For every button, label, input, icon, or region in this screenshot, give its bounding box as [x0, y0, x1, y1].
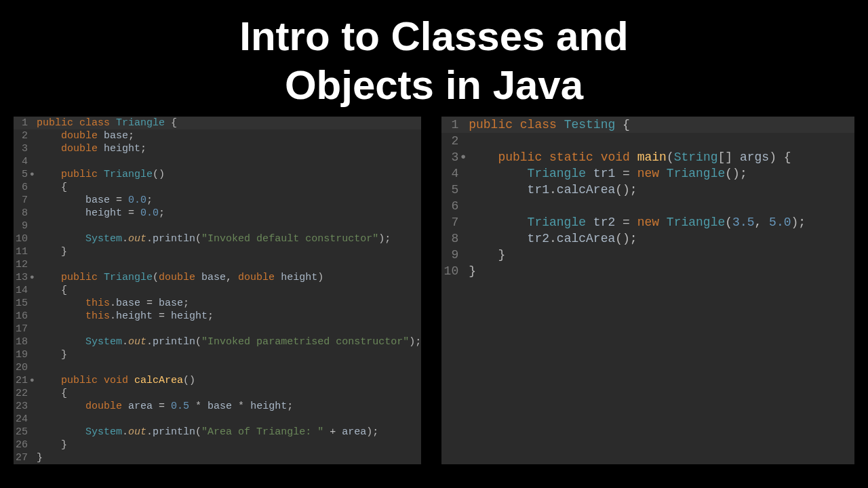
- code-line: 2: [441, 133, 854, 149]
- line-number: 22: [14, 387, 30, 400]
- gutter-marker: [30, 245, 37, 258]
- line-number: 11: [14, 245, 30, 258]
- title-line-1: Intro to Classes and: [0, 12, 868, 61]
- gutter-marker: [30, 361, 37, 374]
- line-number: 25: [14, 426, 30, 439]
- gutter-marker: ●: [460, 149, 469, 165]
- gutter-marker: ●: [30, 271, 37, 284]
- code-line: 7 Triangle tr2 = new Triangle(3.5, 5.0);: [441, 214, 854, 230]
- line-number: 18: [14, 336, 30, 348]
- code-content: base = 0.0;: [37, 194, 421, 207]
- gutter-marker: [30, 336, 37, 348]
- code-line: 25 System.out.println("Area of Triangle:…: [14, 426, 421, 439]
- line-number: 27: [14, 451, 30, 464]
- line-number: 5: [441, 182, 460, 198]
- gutter-marker: [30, 413, 37, 426]
- code-content: public class Testing {: [469, 117, 854, 133]
- gutter-marker: [30, 284, 37, 297]
- code-line: 8 tr2.calcArea();: [441, 230, 854, 247]
- code-content: System.out.println("Invoked default cons…: [37, 232, 421, 245]
- gutter-marker: [30, 439, 37, 451]
- line-number: 3: [14, 142, 30, 155]
- line-number: 3: [441, 149, 460, 165]
- code-line: 5 tr1.calcArea();: [441, 182, 854, 198]
- code-content: }: [37, 245, 421, 258]
- gutter-marker: [460, 182, 469, 198]
- gutter-marker: [460, 117, 469, 133]
- code-line: 18 System.out.println("Invoked parametri…: [14, 336, 421, 348]
- gutter-marker: [30, 400, 37, 413]
- code-line: 8 height = 0.0;: [14, 207, 421, 220]
- gutter-marker: [460, 247, 469, 263]
- code-content: double height;: [37, 142, 421, 155]
- gutter-marker: [30, 194, 37, 207]
- code-line: 19 }: [14, 348, 421, 361]
- line-number: 9: [441, 247, 460, 263]
- code-line: 7 base = 0.0;: [14, 194, 421, 207]
- code-line: 15 this.base = base;: [14, 297, 421, 310]
- code-line: 23 double area = 0.5 * base * height;: [14, 400, 421, 413]
- code-content: [469, 133, 854, 149]
- gutter-marker: [460, 263, 469, 279]
- line-number: 13: [14, 271, 30, 284]
- code-line: 6 {: [14, 181, 421, 194]
- code-content: public Triangle(double base, double heig…: [37, 271, 421, 284]
- line-number: 17: [14, 323, 30, 336]
- code-line: 4 Triangle tr1 = new Triangle();: [441, 165, 854, 182]
- code-line: 2 double base;: [14, 129, 421, 142]
- code-line: 16 this.height = height;: [14, 310, 421, 323]
- code-line: 21● public void calcArea(): [14, 374, 421, 387]
- title-line-2: Objects in Java: [0, 61, 868, 110]
- code-line: 27}: [14, 451, 421, 464]
- gutter-marker: [30, 426, 37, 439]
- line-number: 20: [14, 361, 30, 374]
- code-content: [37, 258, 421, 271]
- code-content: height = 0.0;: [37, 207, 421, 220]
- line-number: 10: [14, 232, 30, 245]
- line-number: 7: [14, 194, 30, 207]
- code-content: System.out.println("Area of Triangle: " …: [37, 426, 421, 439]
- code-content: public class Triangle {: [37, 117, 421, 129]
- code-content: }: [37, 348, 421, 361]
- gutter-marker: [460, 198, 469, 214]
- code-panel-testing: 1public class Testing {23● public static…: [441, 117, 854, 464]
- code-content: }: [469, 263, 854, 279]
- gutter-marker: [30, 220, 37, 232]
- line-number: 24: [14, 413, 30, 426]
- line-number: 1: [14, 117, 30, 129]
- code-line: 1public class Triangle {: [14, 117, 421, 129]
- gutter-marker: [30, 451, 37, 464]
- code-line: 12: [14, 258, 421, 271]
- gutter-marker: [460, 214, 469, 230]
- code-content: public Triangle(): [37, 168, 421, 181]
- line-number: 23: [14, 400, 30, 413]
- line-number: 6: [14, 181, 30, 194]
- code-content: }: [37, 439, 421, 451]
- gutter-marker: [30, 310, 37, 323]
- code-content: {: [37, 284, 421, 297]
- code-content: [37, 155, 421, 168]
- code-line: 3 double height;: [14, 142, 421, 155]
- code-line: 10}: [441, 263, 854, 279]
- line-number: 7: [441, 214, 460, 230]
- code-content: double base;: [37, 129, 421, 142]
- line-number: 4: [441, 165, 460, 182]
- code-content: this.height = height;: [37, 310, 421, 323]
- line-number: 8: [14, 207, 30, 220]
- code-line: 24: [14, 413, 421, 426]
- gutter-marker: [30, 142, 37, 155]
- code-panels: 1public class Triangle {2 double base;3 …: [0, 117, 868, 464]
- code-content: double area = 0.5 * base * height;: [37, 400, 421, 413]
- code-content: {: [37, 387, 421, 400]
- code-line: 1public class Testing {: [441, 117, 854, 133]
- code-content: [37, 220, 421, 232]
- gutter-marker: ●: [30, 168, 37, 181]
- line-number: 19: [14, 348, 30, 361]
- code-content: [37, 361, 421, 374]
- gutter-marker: [30, 117, 37, 129]
- line-number: 26: [14, 439, 30, 451]
- code-content: [37, 413, 421, 426]
- code-content: public static void main(String[] args) {: [469, 149, 854, 165]
- code-line: 26 }: [14, 439, 421, 451]
- code-content: [37, 323, 421, 336]
